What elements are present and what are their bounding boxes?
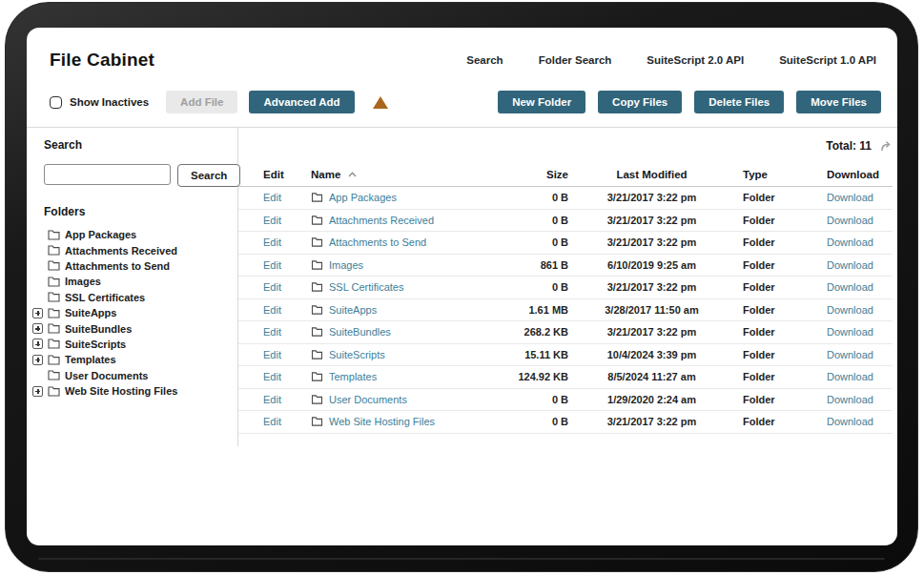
header-nav-link[interactable]: Folder Search [539, 54, 612, 66]
folder-tree-label: User Documents [65, 370, 148, 381]
edit-link[interactable]: Edit [263, 192, 311, 203]
last-modified-cell: 3/21/2017 3:22 pm [568, 281, 735, 293]
toolbar-action-button[interactable]: Copy Files [598, 91, 682, 113]
total-count: Total: 11 [826, 139, 872, 153]
edit-link[interactable]: Edit [263, 259, 311, 271]
export-arrow-icon[interactable] [880, 140, 893, 153]
column-header-name[interactable]: Name [311, 169, 502, 180]
folder-icon [311, 350, 323, 359]
edit-link[interactable]: Edit [263, 416, 311, 427]
folder-name-link[interactable]: Attachments to Send [329, 236, 426, 248]
folder-name-link[interactable]: Images [329, 259, 363, 271]
download-cell: Download [819, 259, 893, 271]
download-cell: Download [819, 281, 893, 293]
folder-tree-label: SuiteBundles [65, 323, 132, 335]
edit-link[interactable]: Edit [263, 281, 311, 293]
edit-link[interactable]: Edit [263, 349, 311, 360]
folder-name-link[interactable]: SuiteApps [329, 304, 377, 316]
folder-name-link[interactable]: SuiteBundles [329, 326, 391, 338]
table-row: Edit SuiteBundles 268.2 KB 3/21/2017 3:2… [238, 321, 893, 344]
folder-tree-item[interactable]: User Documents [32, 368, 237, 383]
expand-plus-icon[interactable] [32, 355, 43, 365]
device-bezel: File Cabinet Search Folder Search SuiteS… [5, 2, 918, 572]
toolbar-action-button[interactable]: New Folder [498, 91, 585, 113]
folder-tree-item[interactable]: SuiteApps [32, 305, 237, 320]
edit-link[interactable]: Edit [263, 371, 311, 382]
folder-tree-item[interactable]: Images [32, 274, 237, 289]
search-input[interactable] [44, 164, 171, 185]
folder-name-link[interactable]: SuiteScripts [329, 349, 385, 360]
last-modified-cell: 3/21/2017 3:22 pm [568, 326, 735, 338]
download-link[interactable]: Download [827, 215, 873, 226]
toolbar-action-button[interactable]: Move Files [796, 91, 881, 113]
folder-tree: App Packages Attachments Received [32, 227, 237, 399]
download-link[interactable]: Download [827, 394, 873, 405]
download-cell: Download [819, 326, 893, 338]
search-button[interactable]: Search [177, 164, 240, 187]
folder-name-link[interactable]: User Documents [329, 394, 407, 405]
download-link[interactable]: Download [827, 349, 873, 360]
show-inactives-checkbox[interactable] [50, 96, 62, 109]
type-cell: Folder [735, 281, 819, 293]
edit-link[interactable]: Edit [263, 326, 311, 338]
folder-icon [48, 386, 60, 397]
edit-link[interactable]: Edit [263, 236, 311, 248]
edit-link[interactable]: Edit [263, 394, 311, 405]
expand-plus-icon[interactable] [32, 386, 43, 397]
add-file-button[interactable]: Add File [166, 91, 237, 113]
folder-name-link[interactable]: App Packages [329, 192, 397, 203]
size-cell: 0 B [502, 416, 568, 427]
download-link[interactable]: Download [827, 326, 873, 338]
folder-name-link[interactable]: Attachments Received [329, 215, 434, 226]
folder-tree-item[interactable]: Attachments to Send [32, 258, 237, 274]
download-link[interactable]: Download [827, 236, 873, 248]
name-cell: App Packages [311, 192, 502, 203]
expand-plus-icon[interactable] [32, 323, 43, 334]
download-link[interactable]: Download [827, 259, 873, 271]
type-cell: Folder [735, 416, 819, 427]
toolbar-action-button[interactable]: Delete Files [694, 91, 784, 113]
edit-link[interactable]: Edit [263, 304, 311, 316]
type-cell: Folder [735, 326, 819, 338]
folder-icon [311, 417, 323, 426]
header-nav-link[interactable]: SuiteScript 2.0 API [647, 54, 744, 66]
folder-name-link[interactable]: Templates [329, 371, 377, 382]
type-cell: Folder [735, 215, 819, 226]
header-nav-link[interactable]: SuiteScript 1.0 API [779, 54, 876, 66]
expand-plus-icon[interactable] [32, 308, 43, 318]
show-inactives-control[interactable]: Show Inactives [50, 96, 149, 109]
last-modified-cell: 6/10/2019 9:25 am [568, 259, 735, 271]
name-cell: Attachments Received [311, 215, 502, 226]
size-cell: 15.11 KB [502, 349, 568, 360]
name-cell: User Documents [311, 394, 502, 405]
download-link[interactable]: Download [827, 281, 873, 293]
expand-plus-icon[interactable] [32, 339, 43, 349]
folder-tree-item[interactable]: SuiteBundles [32, 320, 237, 336]
type-cell: Folder [735, 304, 819, 316]
folder-icon [48, 230, 60, 240]
total-row: Total: 11 [238, 133, 893, 162]
folder-tree-item[interactable]: SSL Certificates [32, 290, 237, 305]
download-link[interactable]: Download [827, 416, 873, 427]
name-cell: SuiteScripts [311, 349, 502, 360]
folder-tree-item[interactable]: App Packages [32, 227, 237, 242]
header: File Cabinet Search Folder Search SuiteS… [27, 28, 897, 71]
advanced-add-button[interactable]: Advanced Add [249, 91, 354, 113]
folder-tree-label: Attachments Received [65, 245, 177, 257]
table-row: Edit Attachments Received 0 B 3/21/2017 … [238, 210, 893, 233]
folder-tree-item[interactable]: Templates [32, 352, 237, 367]
download-link[interactable]: Download [827, 192, 873, 203]
folder-name-link[interactable]: Web Site Hosting Files [329, 416, 435, 427]
folder-tree-item[interactable]: Web Site Hosting Files [32, 383, 237, 399]
edit-link[interactable]: Edit [263, 215, 311, 226]
folder-name-link[interactable]: SSL Certificates [329, 281, 403, 293]
folder-tree-label: SuiteApps [65, 307, 116, 318]
folder-tree-label: Images [65, 276, 101, 287]
folder-tree-item[interactable]: SuiteScripts [32, 337, 237, 352]
size-cell: 861 B [502, 259, 568, 271]
header-nav-link[interactable]: Search [466, 54, 503, 66]
folder-tree-item[interactable]: Attachments Received [32, 242, 237, 257]
download-link[interactable]: Download [827, 304, 873, 316]
table-row: Edit App Packages 0 B 3/21/2017 3:22 pm … [238, 187, 893, 210]
download-link[interactable]: Download [827, 371, 873, 382]
